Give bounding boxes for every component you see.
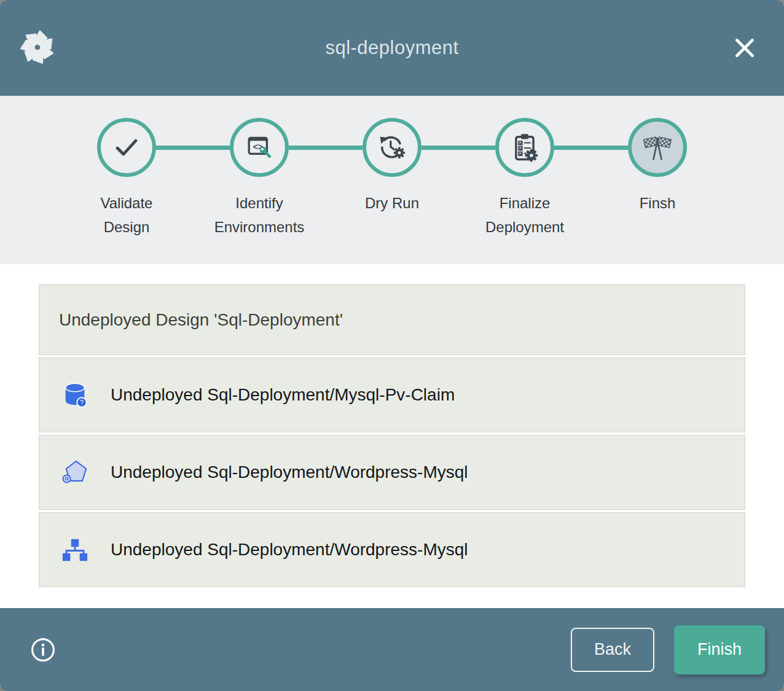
check-icon xyxy=(112,133,141,162)
finish-button[interactable]: Finish xyxy=(674,625,765,674)
step-label: Finsh xyxy=(640,192,676,216)
deployment-wizard-dialog: sql-deployment Validate Design xyxy=(0,0,784,691)
pentagon-node-icon xyxy=(60,458,90,487)
step-finalize-deployment[interactable]: Finalize Deployment xyxy=(458,118,591,240)
hierarchy-icon xyxy=(60,535,90,564)
step-connector xyxy=(289,146,363,150)
status-row-wordpress-mysql-deployment: Undeployed Sql-Deployment/Wordpress-Mysq… xyxy=(39,512,745,587)
status-row-text: Undeployed Sql-Deployment/Wordpress-Mysq… xyxy=(111,540,468,560)
step-connector xyxy=(156,146,230,150)
step-label: Finalize Deployment xyxy=(474,192,576,240)
step-connector xyxy=(421,146,495,150)
status-row-wordpress-mysql-service: Undeployed Sql-Deployment/Wordpress-Mysq… xyxy=(39,435,745,510)
status-list-header: Undeployed Design 'Sql-Deployment' xyxy=(39,284,745,355)
step-circle xyxy=(97,118,156,177)
back-button[interactable]: Back xyxy=(571,628,654,672)
step-circle: <> xyxy=(230,118,289,177)
step-connector xyxy=(554,146,628,150)
step-circle xyxy=(363,118,421,177)
status-row-text: Undeployed Sql-Deployment/Wordpress-Mysq… xyxy=(111,463,468,482)
dialog-body: Undeployed Design 'Sql-Deployment' ? Und… xyxy=(0,264,784,608)
step-identify-environments[interactable]: <> Identify Environments xyxy=(193,118,326,240)
database-question-icon: ? xyxy=(60,380,90,410)
step-label: Validate Design xyxy=(76,192,178,240)
svg-text:?: ? xyxy=(80,399,84,406)
status-row-mysql-pv-claim: ? Undeployed Sql-Deployment/Mysql-Pv-Cla… xyxy=(39,357,745,432)
gear xyxy=(394,147,405,158)
step-validate-design[interactable]: Validate Design xyxy=(60,118,193,240)
step-circle-active xyxy=(628,118,687,177)
code-tools-icon: <> xyxy=(243,131,275,163)
dialog-title: sql-deployment xyxy=(325,37,458,59)
gear xyxy=(525,149,538,162)
status-header-text: Undeployed Design 'Sql-Deployment' xyxy=(59,310,343,330)
meshery-logo-icon xyxy=(18,28,57,66)
step-finish[interactable]: Finsh xyxy=(591,118,724,240)
deployment-status-list: Undeployed Design 'Sql-Deployment' ? Und… xyxy=(39,284,745,587)
dialog-footer: Back Finish xyxy=(0,608,784,691)
info-icon[interactable] xyxy=(29,636,57,663)
step-label: Dry Run xyxy=(365,192,419,216)
close-icon[interactable] xyxy=(731,34,758,61)
wizard-stepper: Validate Design <> Identify Environments xyxy=(0,96,784,264)
step-dry-run[interactable]: Dry Run xyxy=(326,118,458,240)
step-circle xyxy=(495,118,554,177)
checkered-flags-icon xyxy=(641,131,674,164)
clipboard-gear-icon xyxy=(509,131,541,163)
refresh-gear-icon xyxy=(376,131,408,163)
status-row-text: Undeployed Sql-Deployment/Mysql-Pv-Claim xyxy=(111,385,455,405)
step-label: Identify Environments xyxy=(209,192,310,240)
dialog-header: sql-deployment xyxy=(0,0,784,96)
